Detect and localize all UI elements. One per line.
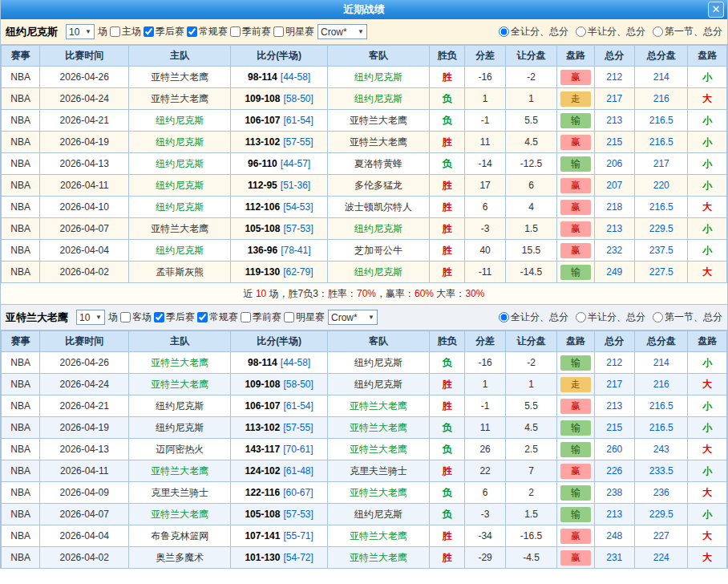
league-cell: NBA — [2, 240, 40, 262]
games-count-select[interactable]: 10 ▼ — [66, 24, 95, 39]
filter-checkbox-1[interactable]: 季后赛 — [141, 25, 184, 39]
checkbox-input[interactable] — [273, 26, 284, 37]
filter-radio-2[interactable]: 第一节、总分 — [650, 25, 722, 39]
bookmaker-select[interactable]: Crow* ▼ — [328, 310, 378, 325]
checkbox-input[interactable] — [154, 312, 164, 322]
checkbox-input[interactable] — [144, 26, 154, 37]
result-cell: 胜 — [430, 374, 465, 395]
filter-checkbox-0[interactable]: 客场 — [118, 310, 152, 324]
checkbox-input[interactable] — [284, 312, 294, 322]
radio-input[interactable] — [653, 312, 663, 322]
half-score: [44-58] — [281, 71, 310, 83]
away-team-cell: 亚特兰大老鹰 — [328, 395, 430, 417]
checkbox-input[interactable] — [230, 26, 241, 37]
filter-radio-0[interactable]: 全让分、总分 — [496, 25, 568, 39]
filter-checkbox-3[interactable]: 季前赛 — [238, 310, 281, 324]
half-score: [55-71] — [283, 530, 313, 541]
league-cell: NBA — [2, 218, 40, 240]
checkbox-input[interactable] — [110, 26, 120, 37]
bookmaker-select[interactable]: Crow* ▼ — [317, 24, 367, 39]
filter-radio-2[interactable]: 第一节、总分 — [650, 310, 722, 324]
match-row: NBA2026-04-19纽约尼克斯113-102[57-55]亚特兰大老鹰负1… — [2, 417, 727, 439]
handicap-result-badge: 输 — [560, 420, 591, 436]
full-score: 101-130 — [245, 552, 280, 563]
date-cell: 2026-04-19 — [40, 132, 129, 153]
filter-radios: 全让分、总分半让分、总分第一节、总分 — [491, 25, 722, 39]
filter-checkbox-4[interactable]: 明星赛 — [271, 25, 314, 39]
total-line-cell: 229.5 — [634, 504, 688, 525]
handicap-cell: 1 — [505, 374, 556, 395]
score-cell: 113-102[57-55] — [231, 132, 328, 153]
handicap-result-badge: 赢 — [560, 464, 591, 479]
games-count-select[interactable]: 10 ▼ — [76, 310, 105, 325]
handicap-cell: -12.5 — [505, 153, 556, 175]
score-cell: 105-108[57-53] — [231, 218, 328, 240]
over-under-cell: 小 — [688, 153, 727, 175]
date-cell: 2026-04-07 — [40, 504, 129, 525]
radio-input[interactable] — [576, 26, 586, 37]
handicap-result-badge: 输 — [560, 485, 591, 501]
handicap-result-cell: 赢 — [557, 395, 594, 417]
filter-radio-0[interactable]: 全让分、总分 — [496, 310, 568, 324]
column-header: 分差 — [465, 331, 505, 352]
filter-checkbox-3[interactable]: 季前赛 — [228, 25, 271, 39]
filter-checkbox-4[interactable]: 明星赛 — [281, 310, 325, 324]
score-cell: 112-95[51-36] — [231, 175, 328, 197]
match-row: NBA2026-04-21纽约尼克斯106-107[61-54]亚特兰大老鹰胜-… — [2, 395, 727, 417]
score-cell: 119-130[62-79] — [231, 262, 328, 283]
filter-bar: 亚特兰大老鹰 10 ▼ 场 客场季后赛常规赛季前赛明星赛 Crow* ▼ 全让分… — [1, 305, 727, 331]
date-cell: 2026-04-07 — [40, 218, 129, 240]
score-cell: 101-130[54-72] — [231, 547, 328, 569]
league-cell: NBA — [2, 547, 40, 569]
radio-input[interactable] — [653, 26, 663, 37]
league-cell: NBA — [2, 153, 40, 175]
full-score: 109-108 — [245, 379, 280, 390]
result-cell: 胜 — [430, 240, 465, 262]
column-header: 胜负 — [430, 46, 465, 67]
filter-checkbox-2[interactable]: 常规赛 — [184, 25, 228, 39]
total-line-cell: 216.5 — [634, 197, 688, 218]
league-cell: NBA — [2, 352, 40, 374]
filter-checkboxes: 主场季后赛常规赛季前赛明星赛 — [107, 25, 314, 39]
over-under-cell: 小 — [688, 352, 727, 374]
match-row: NBA2026-04-13迈阿密热火143-117[70-61]亚特兰大老鹰负2… — [2, 439, 727, 460]
total-cell: 238 — [594, 482, 634, 504]
checkbox-input[interactable] — [187, 26, 197, 37]
over-under-cell: 小 — [688, 67, 727, 88]
filter-radio-1[interactable]: 半让分、总分 — [573, 25, 645, 39]
filter-checkbox-0[interactable]: 主场 — [107, 25, 141, 39]
over-under-cell: 大 — [688, 439, 727, 460]
diff-cell: -14 — [465, 153, 505, 175]
handicap-result-cell: 赢 — [557, 67, 594, 88]
over-under-cell: 小 — [688, 417, 727, 439]
match-row: NBA2026-04-24亚特兰大老鹰109-108[58-50]纽约尼克斯胜1… — [2, 374, 727, 395]
total-line-cell: 214 — [634, 352, 688, 374]
handicap-result-badge: 输 — [560, 156, 591, 172]
away-team-cell: 纽约尼克斯 — [328, 352, 430, 374]
summary-text: 近 10 场，胜7负3：胜率：70%，赢率：60% 大率：30% — [244, 287, 485, 301]
league-cell: NBA — [2, 395, 40, 417]
handicap-cell: -2 — [505, 352, 556, 374]
summary-segment: 10 — [256, 288, 266, 299]
checkbox-input[interactable] — [197, 312, 208, 322]
checkbox-input[interactable] — [120, 312, 131, 322]
filter-checkbox-1[interactable]: 季后赛 — [152, 310, 195, 324]
radio-input[interactable] — [499, 312, 509, 322]
handicap-result-cell: 输 — [557, 153, 594, 175]
radio-input[interactable] — [499, 26, 509, 37]
filter-checkbox-2[interactable]: 常规赛 — [195, 310, 238, 324]
total-cell: 226 — [594, 460, 634, 482]
match-row: NBA2026-04-10纽约尼克斯112-106[54-53]波士顿凯尔特人胜… — [2, 197, 727, 218]
close-button[interactable]: ✕ — [708, 2, 724, 18]
date-cell: 2026-04-04 — [40, 525, 129, 547]
radio-input[interactable] — [576, 312, 586, 322]
date-cell: 2026-04-09 — [40, 482, 129, 504]
full-score: 113-102 — [245, 136, 280, 148]
checkbox-label: 季后赛 — [156, 25, 184, 39]
handicap-cell: 1.5 — [505, 504, 556, 525]
filter-radio-1[interactable]: 半让分、总分 — [573, 310, 645, 324]
handicap-cell: -4.5 — [505, 547, 556, 569]
half-score: [78-41] — [281, 245, 310, 256]
column-header: 让分盘 — [505, 46, 556, 67]
checkbox-input[interactable] — [241, 312, 251, 322]
